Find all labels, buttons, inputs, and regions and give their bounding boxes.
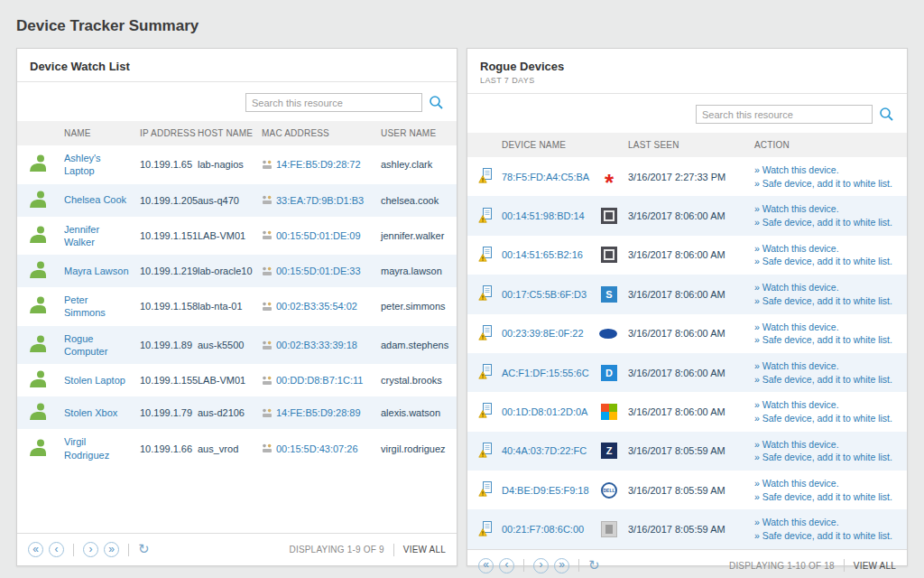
watch-device-link[interactable]: » Watch this device.	[754, 242, 901, 256]
mac-cell: 00:02:B3:35:54:02	[256, 287, 375, 326]
device-name-link[interactable]: 00:14:51:65:B2:16	[502, 249, 583, 260]
table-row: 00:1D:D8:01:2D:0A 3/16/2017 8:06:00 AM »…	[467, 392, 907, 431]
ip-address: 10.199.1.155	[140, 375, 198, 386]
device-name-link[interactable]: Chelsea Cook	[64, 193, 126, 206]
rogue-device-warning-icon	[478, 247, 494, 262]
search-input[interactable]	[696, 105, 873, 124]
safe-device-link[interactable]: » Safe device, add it to white list.	[754, 529, 901, 543]
watch-device-link[interactable]: » Watch this device.	[754, 398, 901, 412]
rogue-devices-table: DEVICE NAME LAST SEEN ACTION 78:F5:FD	[467, 133, 907, 549]
device-name-link[interactable]: Stolen Xbox	[64, 406, 117, 419]
watch-device-link[interactable]: » Watch this device.	[754, 202, 901, 216]
next-page-button[interactable]: ›	[83, 542, 98, 557]
watch-device-link[interactable]: » Watch this device.	[754, 281, 901, 294]
page-title: Device Tracker Summary	[16, 17, 908, 35]
mac-address-link[interactable]: 00:02:B3:33:39:18	[276, 340, 357, 350]
divider	[523, 559, 524, 572]
safe-device-link[interactable]: » Safe device, add it to white list.	[754, 373, 901, 387]
mac-address-link[interactable]: 14:FE:B5:D9:28:72	[276, 159, 361, 170]
search-input[interactable]	[245, 93, 422, 112]
device-name-link[interactable]: 00:17:C5:5B:6F:D3	[502, 289, 587, 300]
watch-list-table: NAME IP ADDRESS HOST NAME MAC ADDRESS US…	[17, 121, 457, 468]
refresh-icon[interactable]: ↻	[138, 543, 150, 556]
mac-address-link[interactable]: 33:EA:7D:9B:D1:B3	[276, 195, 364, 206]
watch-device-link[interactable]: » Watch this device.	[754, 163, 901, 177]
icon-column-header	[467, 133, 496, 157]
safe-device-link[interactable]: » Safe device, add it to white list.	[754, 412, 901, 425]
device-name-link[interactable]: Mayra Lawson	[64, 265, 129, 277]
safe-device-link[interactable]: » Safe device, add it to white list.	[754, 294, 901, 308]
user-cell: alexis.watson	[375, 396, 457, 429]
next-page-button[interactable]: ›	[533, 558, 549, 573]
mac-address-link[interactable]: 14:FE:B5:D9:28:89	[276, 407, 361, 418]
device-name-link[interactable]: 40:4A:03:7D:22:FC	[502, 445, 587, 456]
mac-address-link[interactable]: 00:DD:D8:B7:1C:11	[276, 375, 363, 386]
mac-address-link[interactable]: 00:15:5D:01:DE:09	[276, 230, 361, 241]
user-name: chelsea.cook	[381, 195, 439, 206]
host-name: lab-oracle10	[198, 266, 253, 276]
view-all-link[interactable]: VIEW ALL	[403, 545, 446, 555]
last-seen: 3/16/2017 2:27:33 PM	[628, 172, 725, 182]
name-cell: Chelsea Cook	[59, 184, 134, 217]
prev-page-button[interactable]: ‹	[499, 558, 514, 573]
table-row: Chelsea Cook 10.199.1.205 aus-q470 33:EA…	[17, 184, 457, 217]
watch-device-link[interactable]: » Watch this device.	[754, 477, 901, 490]
device-name-link[interactable]: AC:F1:DF:15:55:6C	[502, 368, 589, 378]
mac-cell: 14:FE:B5:D9:28:89	[256, 396, 375, 429]
safe-device-link[interactable]: » Safe device, add it to white list.	[754, 333, 901, 347]
safe-device-link[interactable]: » Safe device, add it to white list.	[754, 216, 901, 229]
device-name-link[interactable]: Virgil Rodriguez	[64, 435, 129, 461]
rogue-device-warning-icon	[478, 364, 494, 379]
device-name-link[interactable]: 00:14:51:98:BD:14	[502, 210, 585, 221]
watch-device-link[interactable]: » Watch this device.	[754, 321, 901, 334]
last-seen-cell: 3/16/2017 8:05:59 AM	[623, 432, 749, 471]
device-name-link[interactable]: 00:21:F7:08:6C:00	[502, 524, 584, 535]
host-cell: LAB-VM01	[192, 217, 256, 256]
safe-device-link[interactable]: » Safe device, add it to white list.	[754, 255, 901, 268]
device-name-link[interactable]: D4:BE:D9:E5:F9:18	[502, 485, 589, 496]
device-name-link[interactable]: Peter Simmons	[64, 294, 129, 320]
refresh-icon[interactable]: ↻	[588, 559, 600, 573]
device-name-link[interactable]: Stolen Laptop	[64, 374, 125, 387]
mac-column-header: MAC ADDRESS	[256, 121, 375, 145]
safe-device-link[interactable]: » Safe device, add it to white list.	[754, 177, 901, 191]
watch-device-link[interactable]: » Watch this device.	[754, 516, 901, 529]
search-icon[interactable]	[429, 95, 444, 110]
rogue-device-warning-icon	[478, 285, 494, 301]
safe-device-link[interactable]: » Safe device, add it to white list.	[754, 490, 901, 504]
last-page-button[interactable]: »	[104, 542, 119, 557]
last-seen: 3/16/2017 8:06:00 AM	[628, 368, 725, 378]
device-name-link[interactable]: Rogue Computer	[64, 332, 129, 359]
user-icon	[28, 154, 48, 172]
device-name-cell: 00:17:C5:5B:6F:D3	[496, 275, 623, 313]
device-icon-cell	[467, 236, 496, 275]
device-name-link[interactable]: 00:1D:D8:01:2D:0A	[502, 406, 587, 417]
last-seen: 3/16/2017 8:06:00 AM	[628, 210, 725, 221]
prev-page-button[interactable]: ‹	[49, 542, 64, 557]
rogue-device-warning-icon	[478, 443, 494, 458]
device-name-link[interactable]: Jennifer Walker	[64, 223, 129, 249]
user-icon-cell	[17, 184, 59, 217]
device-name-link[interactable]: 00:23:39:8E:0F:22	[502, 328, 584, 339]
last-page-button[interactable]: »	[554, 558, 569, 573]
search-icon[interactable]	[879, 107, 894, 122]
watch-device-link[interactable]: » Watch this device.	[754, 438, 901, 452]
mac-address-link[interactable]: 00:15:5D:43:07:26	[276, 443, 358, 454]
icon-column-header	[17, 121, 59, 145]
host-name: LAB-VM01	[198, 375, 245, 386]
table-row: 00:23:39:8E:0F:22 3/16/2017 8:06:00 AM »…	[467, 314, 907, 353]
mac-address-link[interactable]: 00:02:B3:35:54:02	[276, 301, 357, 312]
first-page-button[interactable]: «	[28, 542, 43, 557]
watch-device-link[interactable]: » Watch this device.	[754, 359, 901, 373]
name-cell: Stolen Laptop	[59, 364, 134, 396]
device-name-link[interactable]: 78:F5:FD:A4:C5:BA	[502, 172, 589, 182]
safe-device-link[interactable]: » Safe device, add it to white list.	[754, 451, 901, 464]
ip-cell: 10.199.1.79	[134, 396, 192, 429]
first-page-button[interactable]: «	[478, 558, 494, 573]
view-all-link[interactable]: VIEW ALL	[854, 561, 896, 571]
device-name-link[interactable]: Ashley's Laptop	[64, 152, 129, 178]
user-icon	[28, 226, 48, 244]
last-seen-cell: 3/16/2017 8:05:59 AM	[623, 471, 749, 509]
mac-address-link[interactable]: 00:15:5D:01:DE:33	[276, 266, 361, 276]
user-icon-cell	[17, 396, 59, 429]
